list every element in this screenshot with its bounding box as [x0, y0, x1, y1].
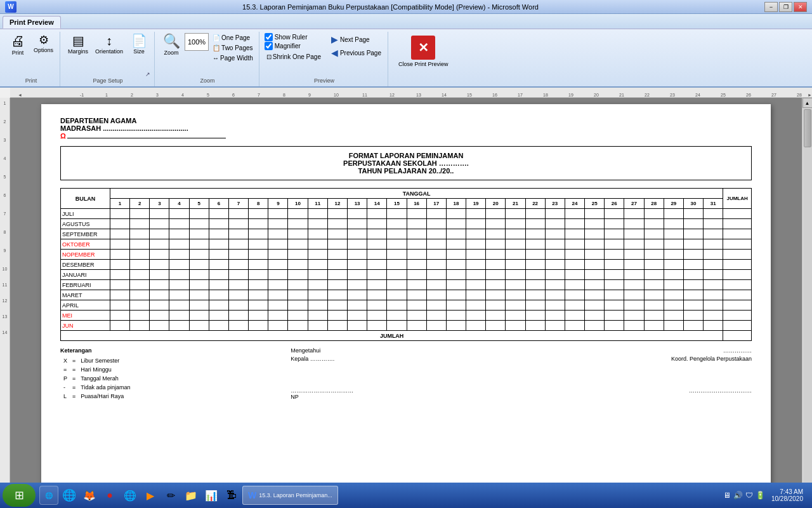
data-cell	[466, 209, 486, 219]
app-icon: W	[5, 1, 16, 13]
data-cell	[605, 270, 624, 280]
data-cell	[288, 239, 308, 250]
jumlah-header: JUMLAH	[723, 189, 752, 209]
close-print-icon: ✕	[411, 36, 435, 60]
print-button[interactable]: 🖨 Print	[6, 33, 29, 58]
date-header-20: 20	[486, 199, 506, 209]
taskbar-firefox[interactable]: 🦊	[80, 486, 99, 505]
footer-koordinator: …………… Koord. Pengelola Perpustakaan ……………	[521, 347, 752, 401]
data-cell	[407, 270, 426, 280]
one-page-button[interactable]: 📄 One Page	[211, 33, 255, 43]
minimize-button[interactable]: −	[764, 2, 778, 12]
data-cell	[486, 260, 506, 270]
data-cell	[704, 270, 723, 280]
keterangan-row-eq: = = Hari Minggu	[62, 366, 133, 373]
keterangan-row-x: X = Libur Semester	[62, 357, 133, 364]
show-ruler-input[interactable]	[265, 33, 273, 41]
data-cell	[387, 270, 407, 280]
data-cell	[150, 321, 169, 331]
data-cell	[565, 229, 584, 239]
margins-button[interactable]: ▤ Margins	[65, 33, 91, 57]
month-cell-juli: JULI	[61, 209, 110, 219]
zoom-value-box[interactable]: 100%	[185, 33, 209, 51]
data-cell	[466, 260, 486, 270]
data-cell	[288, 290, 308, 300]
taskbar-excel[interactable]: 📊	[202, 486, 221, 505]
jumlah-cell	[723, 239, 752, 250]
jumlah-cell	[723, 300, 752, 311]
data-cell	[664, 280, 683, 290]
date-header-3: 3	[150, 199, 169, 209]
shrink-one-page-button[interactable]: ⊡ Shrink One Page	[265, 52, 323, 62]
data-cell	[585, 250, 605, 260]
page-width-button[interactable]: ↔ Page Width	[211, 53, 255, 63]
data-cell	[506, 280, 525, 290]
zoom-button[interactable]: 🔍 Zoom	[160, 33, 183, 58]
one-page-icon: 📄	[213, 34, 220, 41]
scroll-track[interactable]	[803, 108, 812, 494]
data-cell	[506, 290, 525, 300]
data-cell	[209, 229, 228, 239]
close-button[interactable]: ✕	[794, 2, 807, 12]
header-line1: DEPARTEMEN AGAMA	[60, 117, 752, 124]
date-header-8: 8	[249, 199, 268, 209]
print-preview-tab[interactable]: Print Preview	[3, 16, 61, 29]
taskbar-media[interactable]: ▶	[141, 486, 160, 505]
document-scroll-area[interactable]: DEPARTEMEN AGAMA MADRASAH ..............…	[10, 98, 802, 504]
data-cell	[506, 239, 525, 250]
data-cell	[605, 290, 624, 300]
tray-sound[interactable]: 🔊	[733, 491, 743, 500]
vertical-scrollbar[interactable]: ▲ ▼	[802, 98, 812, 504]
data-cell	[150, 260, 169, 270]
data-cell	[189, 280, 209, 290]
show-ruler-checkbox[interactable]: Show Ruler	[265, 33, 323, 41]
previous-page-button[interactable]: ◀ Previous Page	[329, 46, 384, 59]
start-button[interactable]: ⊞	[3, 484, 36, 507]
taskbar-word-active[interactable]: W 15.3. Laporan Peminjaman...	[242, 486, 338, 505]
ribbon-group-preview: Show Ruler Magnifier ⊡ Shrink One Page ▶…	[261, 32, 388, 86]
taskbar-files[interactable]: 📁	[181, 486, 200, 505]
data-cell	[209, 239, 228, 250]
table-row: SEPTEMBER	[61, 229, 752, 239]
data-cell	[189, 229, 209, 239]
taskbar-draw[interactable]: ✏	[161, 486, 180, 505]
data-cell	[585, 229, 605, 239]
orientation-button[interactable]: ↕ Orientation	[93, 33, 126, 57]
data-cell	[130, 209, 150, 219]
options-label: Options	[34, 47, 53, 54]
size-button[interactable]: 📄 Size	[128, 33, 150, 57]
data-cell	[268, 209, 288, 219]
options-button[interactable]: ⚙ Options	[31, 33, 56, 55]
scroll-thumb[interactable]	[804, 109, 811, 147]
taskbar-opera[interactable]: ●	[100, 486, 119, 505]
magnifier-input[interactable]	[265, 42, 273, 50]
scroll-up-button[interactable]: ▲	[802, 98, 813, 108]
tray-battery[interactable]: 🔋	[756, 491, 765, 500]
zoom-options: 📄 One Page 📋 Two Pages ↔ Page Width	[211, 33, 255, 63]
table-row: JANUARI	[61, 270, 752, 280]
data-cell	[624, 250, 644, 260]
taskbar-winzip[interactable]: 🗜	[222, 486, 241, 505]
eq-dash: =	[70, 384, 77, 391]
taskbar-chrome[interactable]: 🌐	[121, 486, 140, 505]
data-cell	[683, 219, 703, 229]
magnifier-checkbox[interactable]: Magnifier	[265, 42, 323, 50]
page-width-label: Page Width	[220, 55, 253, 62]
data-cell	[249, 300, 268, 311]
data-cell	[367, 209, 387, 219]
data-cell	[268, 300, 288, 311]
taskbar: ⊞ 🌐 🌐 🦊 ● 🌐 ▶ ✏ 📁 📊 🗜 W 15.3. Laporan Pe…	[0, 483, 812, 508]
tray-network[interactable]: 🖥	[723, 491, 731, 500]
data-cell	[683, 290, 703, 300]
zoom-group-label: Zoom	[200, 77, 214, 85]
taskbar-ie[interactable]: 🌐	[60, 486, 79, 505]
month-cell-april: APRIL	[61, 300, 110, 311]
two-pages-button[interactable]: 📋 Two Pages	[211, 43, 255, 53]
data-cell	[486, 321, 506, 331]
restore-button[interactable]: ❐	[779, 2, 792, 12]
data-cell	[426, 270, 446, 280]
tray-antivirus[interactable]: 🛡	[745, 491, 753, 500]
next-page-button[interactable]: ▶ Next Page	[329, 33, 384, 46]
page-setup-dialog-icon[interactable]: ↗	[145, 71, 150, 77]
close-print-preview-button[interactable]: ✕ Close Print Preview	[393, 33, 454, 70]
